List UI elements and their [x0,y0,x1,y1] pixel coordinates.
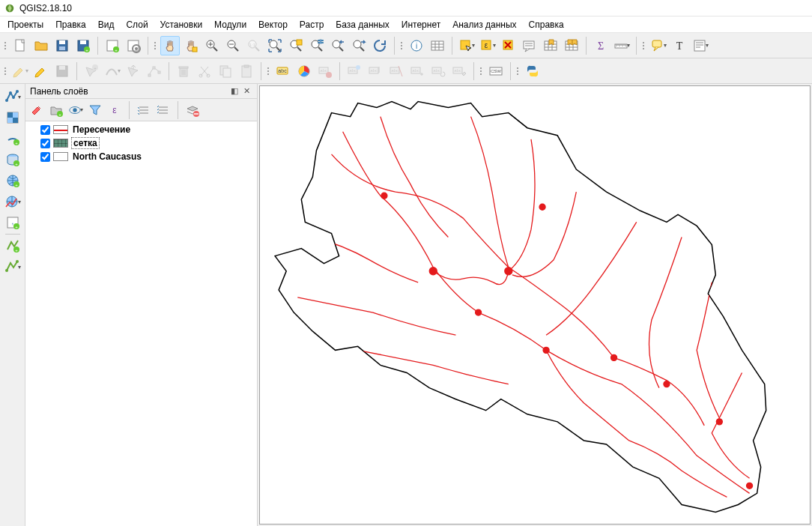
menu-web[interactable]: Интернет [396,18,446,31]
save-project-button[interactable] [52,36,72,55]
move-feature-button[interactable] [124,61,143,81]
style-manager-button[interactable] [28,102,45,118]
layer-row-intersection[interactable]: Пересечение [28,123,254,136]
measure-button[interactable]: ▾ [612,36,631,55]
layer-checkbox[interactable] [40,152,50,162]
menu-database[interactable]: База данных [330,18,395,31]
new-shapefile-layer-button[interactable]: + [3,236,22,256]
select-features-button[interactable]: ▾ [457,36,476,55]
add-wcs-layer-button[interactable]: ▾ [3,192,22,211]
menu-raster[interactable]: Растр [294,18,330,31]
menu-view[interactable]: Вид [92,18,121,31]
layer-checkbox[interactable] [40,139,50,148]
toolbar-grip[interactable] [515,62,520,80]
toolbar-grip[interactable] [3,37,7,55]
menu-projects[interactable]: Проекты [1,18,49,31]
layer-row-grid[interactable]: сетка [28,136,254,150]
toolbar-grip[interactable] [266,62,270,80]
menu-plugins[interactable]: Модули [208,18,252,31]
paste-features-button[interactable] [237,61,256,81]
undock-panel-icon[interactable]: ◧ [228,85,240,97]
show-hide-labels-button[interactable]: abc [387,61,406,81]
node-tool-button[interactable] [145,61,164,81]
add-postgis-layer-button[interactable]: + [3,150,22,169]
menu-processing[interactable]: Анализ данных [446,18,522,31]
open-project-button[interactable] [31,36,51,55]
menu-layer[interactable]: Слой [120,18,154,31]
zoom-in-button[interactable] [202,36,222,55]
add-spatialite-layer-button[interactable]: + [3,129,22,148]
layers-tree[interactable]: Пересечение сетка North Caucasus [25,121,257,526]
statistics-button[interactable]: Σ [591,36,610,55]
close-panel-icon[interactable]: ✕ [240,85,252,97]
layer-row-north-caucasus[interactable]: North Caucasus [28,150,254,163]
toggle-editing-button[interactable] [31,61,51,81]
filter-legend-button[interactable] [87,102,103,118]
add-circular-string-button[interactable]: ▾ [103,61,122,81]
zoom-to-selection-button[interactable] [286,36,306,55]
open-attribute-table-button[interactable] [428,36,447,55]
toolbar-grip[interactable] [153,37,157,55]
rotate-label-button[interactable]: abc [428,61,448,81]
composer-manager-button[interactable] [124,36,143,55]
menu-edit[interactable]: Правка [49,18,92,31]
cut-features-button[interactable] [195,61,214,81]
add-group-button[interactable]: + [48,102,64,118]
new-bookmark-button[interactable] [541,36,560,55]
current-edits-button[interactable]: ▾ [10,61,30,81]
layers-panel-header[interactable]: Панель слоёв ◧ ✕ [25,84,257,99]
zoom-native-button[interactable]: 1:1 [244,36,264,55]
add-wms-layer-button[interactable]: + [3,171,22,190]
pin-labels-button[interactable]: abc [366,61,385,81]
zoom-next-button[interactable] [349,36,369,55]
show-bookmarks-button[interactable] [562,36,581,55]
layer-checkbox[interactable] [40,125,50,135]
toolbar-grip[interactable] [3,62,7,80]
save-edits-button[interactable] [52,61,72,81]
add-feature-button[interactable]: + [82,61,101,81]
filter-by-expression-button[interactable]: ε [106,102,123,118]
zoom-full-button[interactable] [265,36,285,55]
highlight-pinned-labels-button[interactable]: abc [345,61,364,81]
add-raster-layer-button[interactable] [3,108,22,127]
add-delimited-text-layer-button[interactable]: ,+ [3,213,22,232]
expand-all-button[interactable] [136,102,152,118]
delete-selected-button[interactable] [174,61,193,81]
save-project-as-button[interactable]: + [73,36,93,55]
copy-features-button[interactable] [216,61,235,81]
new-composer-button[interactable]: + [103,36,122,55]
map-canvas[interactable] [259,85,811,525]
change-label-button[interactable]: abc [449,61,469,81]
python-console-button[interactable] [523,61,542,81]
layer-diagram-button[interactable] [294,61,314,81]
rule-based-label-button[interactable]: abc [315,61,335,81]
new-spatialite-layer-button[interactable]: ▾ [3,257,22,276]
annotation-button[interactable]: ▾ [649,36,668,55]
manage-visibility-button[interactable]: ▾ [67,102,84,118]
toolbar-grip[interactable] [399,37,404,55]
zoom-last-button[interactable] [328,36,348,55]
deselect-all-button[interactable] [499,36,518,55]
add-vector-layer-button[interactable]: ▾ [3,87,22,106]
layer-labeling-button[interactable]: abc [273,61,293,81]
zoom-to-layer-button[interactable] [307,36,327,55]
pan-button[interactable] [160,36,180,55]
metasearch-button[interactable]: CSW [486,61,506,81]
remove-layer-button[interactable] [184,102,201,118]
text-annotation-button[interactable]: T [670,36,689,55]
form-annotation-button[interactable]: ▾ [691,36,710,55]
identify-button[interactable]: i [407,36,426,55]
pan-to-selection-button[interactable] [181,36,201,55]
collapse-all-button[interactable] [155,102,172,118]
menu-settings[interactable]: Установки [154,18,208,31]
move-label-button[interactable]: abc [407,61,427,81]
map-tips-button[interactable] [520,36,539,55]
menu-help[interactable]: Справка [523,18,570,31]
refresh-button[interactable] [370,36,390,55]
menu-vector[interactable]: Вектор [252,18,294,31]
toolbar-grip[interactable] [641,37,646,55]
zoom-out-button[interactable] [223,36,243,55]
select-by-expression-button[interactable]: ε▾ [478,36,497,55]
toolbar-grip[interactable] [479,62,483,80]
new-project-button[interactable] [10,36,30,55]
